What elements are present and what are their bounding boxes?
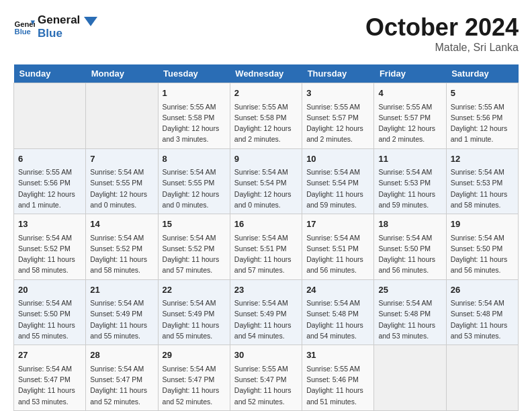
day-number: 23 bbox=[234, 283, 298, 297]
day-info: Sunrise: 5:54 AM Sunset: 5:52 PM Dayligh… bbox=[90, 232, 153, 276]
calendar-cell: 27Sunrise: 5:54 AM Sunset: 5:47 PM Dayli… bbox=[14, 345, 86, 411]
weekday-header-wednesday: Wednesday bbox=[230, 64, 302, 83]
day-info: Sunrise: 5:54 AM Sunset: 5:55 PM Dayligh… bbox=[163, 167, 226, 210]
day-info: Sunrise: 5:55 AM Sunset: 5:57 PM Dayligh… bbox=[378, 101, 441, 145]
calendar-cell: 14Sunrise: 5:54 AM Sunset: 5:52 PM Dayli… bbox=[86, 214, 158, 280]
day-info: Sunrise: 5:55 AM Sunset: 5:47 PM Dayligh… bbox=[234, 363, 298, 407]
month-title: October 2024 bbox=[365, 13, 519, 42]
weekday-header-sunday: Sunday bbox=[14, 64, 86, 83]
logo-arrow-icon bbox=[84, 17, 97, 30]
page-header: General Blue General Blue October 2024 M… bbox=[13, 13, 519, 54]
day-info: Sunrise: 5:54 AM Sunset: 5:48 PM Dayligh… bbox=[378, 298, 441, 341]
calendar-cell: 29Sunrise: 5:54 AM Sunset: 5:47 PM Dayli… bbox=[158, 345, 230, 411]
day-info: Sunrise: 5:55 AM Sunset: 5:58 PM Dayligh… bbox=[163, 101, 226, 145]
day-number: 15 bbox=[163, 218, 226, 231]
day-number: 14 bbox=[90, 218, 153, 231]
svg-text:Blue: Blue bbox=[15, 28, 31, 36]
day-info: Sunrise: 5:54 AM Sunset: 5:54 PM Dayligh… bbox=[234, 167, 298, 210]
calendar-cell: 6Sunrise: 5:55 AM Sunset: 5:56 PM Daylig… bbox=[14, 148, 86, 214]
calendar-cell: 5Sunrise: 5:55 AM Sunset: 5:56 PM Daylig… bbox=[446, 83, 518, 149]
day-number: 6 bbox=[18, 152, 81, 166]
calendar-cell: 17Sunrise: 5:54 AM Sunset: 5:51 PM Dayli… bbox=[302, 214, 374, 280]
week-row-1: 1Sunrise: 5:55 AM Sunset: 5:58 PM Daylig… bbox=[14, 83, 519, 149]
title-block: October 2024 Matale, Sri Lanka bbox=[365, 13, 519, 54]
logo-text-line2: Blue bbox=[38, 27, 80, 40]
calendar-cell: 13Sunrise: 5:54 AM Sunset: 5:52 PM Dayli… bbox=[14, 214, 86, 280]
day-number: 19 bbox=[451, 218, 514, 231]
day-info: Sunrise: 5:54 AM Sunset: 5:48 PM Dayligh… bbox=[306, 298, 369, 341]
day-number: 17 bbox=[306, 218, 369, 231]
calendar-cell: 7Sunrise: 5:54 AM Sunset: 5:55 PM Daylig… bbox=[86, 148, 158, 214]
svg-marker-3 bbox=[84, 17, 97, 26]
day-info: Sunrise: 5:55 AM Sunset: 5:46 PM Dayligh… bbox=[306, 363, 369, 407]
calendar-cell bbox=[374, 345, 446, 411]
day-number: 24 bbox=[306, 283, 369, 297]
day-info: Sunrise: 5:54 AM Sunset: 5:52 PM Dayligh… bbox=[18, 232, 81, 276]
weekday-header-tuesday: Tuesday bbox=[158, 64, 230, 83]
day-info: Sunrise: 5:55 AM Sunset: 5:56 PM Dayligh… bbox=[18, 167, 81, 210]
day-number: 9 bbox=[234, 152, 298, 166]
day-info: Sunrise: 5:54 AM Sunset: 5:51 PM Dayligh… bbox=[234, 232, 298, 276]
calendar-cell bbox=[14, 83, 86, 149]
location-title: Matale, Sri Lanka bbox=[365, 42, 519, 54]
day-info: Sunrise: 5:54 AM Sunset: 5:50 PM Dayligh… bbox=[378, 232, 441, 276]
day-info: Sunrise: 5:54 AM Sunset: 5:47 PM Dayligh… bbox=[163, 363, 226, 407]
day-info: Sunrise: 5:54 AM Sunset: 5:49 PM Dayligh… bbox=[163, 298, 226, 341]
day-number: 22 bbox=[163, 283, 226, 297]
day-info: Sunrise: 5:54 AM Sunset: 5:53 PM Dayligh… bbox=[451, 167, 514, 210]
day-info: Sunrise: 5:54 AM Sunset: 5:50 PM Dayligh… bbox=[18, 298, 81, 341]
calendar-cell: 20Sunrise: 5:54 AM Sunset: 5:50 PM Dayli… bbox=[14, 279, 86, 345]
calendar-cell: 3Sunrise: 5:55 AM Sunset: 5:57 PM Daylig… bbox=[302, 83, 374, 149]
day-number: 21 bbox=[90, 283, 153, 297]
weekday-header-friday: Friday bbox=[374, 64, 446, 83]
calendar-cell: 2Sunrise: 5:55 AM Sunset: 5:58 PM Daylig… bbox=[230, 83, 302, 149]
calendar-cell: 1Sunrise: 5:55 AM Sunset: 5:58 PM Daylig… bbox=[158, 83, 230, 149]
logo-icon: General Blue bbox=[13, 16, 35, 38]
calendar-cell bbox=[446, 345, 518, 411]
day-info: Sunrise: 5:54 AM Sunset: 5:52 PM Dayligh… bbox=[163, 232, 226, 276]
day-number: 10 bbox=[306, 152, 369, 166]
weekday-header-row: SundayMondayTuesdayWednesdayThursdayFrid… bbox=[14, 64, 519, 83]
day-number: 3 bbox=[306, 87, 369, 100]
calendar-cell: 9Sunrise: 5:54 AM Sunset: 5:54 PM Daylig… bbox=[230, 148, 302, 214]
day-info: Sunrise: 5:54 AM Sunset: 5:49 PM Dayligh… bbox=[234, 298, 298, 341]
day-number: 28 bbox=[90, 349, 153, 362]
day-number: 1 bbox=[163, 87, 226, 100]
day-number: 30 bbox=[234, 349, 298, 362]
weekday-header-monday: Monday bbox=[86, 64, 158, 83]
week-row-2: 6Sunrise: 5:55 AM Sunset: 5:56 PM Daylig… bbox=[14, 148, 519, 214]
day-info: Sunrise: 5:54 AM Sunset: 5:47 PM Dayligh… bbox=[18, 363, 81, 407]
day-number: 11 bbox=[378, 152, 441, 166]
day-number: 2 bbox=[234, 87, 298, 100]
day-number: 4 bbox=[378, 87, 441, 100]
day-number: 18 bbox=[378, 218, 441, 231]
calendar-cell: 26Sunrise: 5:54 AM Sunset: 5:48 PM Dayli… bbox=[446, 279, 518, 345]
day-info: Sunrise: 5:54 AM Sunset: 5:47 PM Dayligh… bbox=[90, 363, 153, 407]
day-number: 16 bbox=[234, 218, 298, 231]
day-number: 7 bbox=[90, 152, 153, 166]
calendar-cell: 22Sunrise: 5:54 AM Sunset: 5:49 PM Dayli… bbox=[158, 279, 230, 345]
day-number: 27 bbox=[18, 349, 81, 362]
day-number: 29 bbox=[163, 349, 226, 362]
calendar-cell: 30Sunrise: 5:55 AM Sunset: 5:47 PM Dayli… bbox=[230, 345, 302, 411]
day-info: Sunrise: 5:55 AM Sunset: 5:56 PM Dayligh… bbox=[451, 101, 514, 145]
day-number: 20 bbox=[18, 283, 81, 297]
calendar-cell: 16Sunrise: 5:54 AM Sunset: 5:51 PM Dayli… bbox=[230, 214, 302, 280]
day-number: 25 bbox=[378, 283, 441, 297]
calendar-cell: 18Sunrise: 5:54 AM Sunset: 5:50 PM Dayli… bbox=[374, 214, 446, 280]
calendar-cell: 23Sunrise: 5:54 AM Sunset: 5:49 PM Dayli… bbox=[230, 279, 302, 345]
calendar-cell: 15Sunrise: 5:54 AM Sunset: 5:52 PM Dayli… bbox=[158, 214, 230, 280]
calendar-cell: 10Sunrise: 5:54 AM Sunset: 5:54 PM Dayli… bbox=[302, 148, 374, 214]
calendar-cell: 25Sunrise: 5:54 AM Sunset: 5:48 PM Dayli… bbox=[374, 279, 446, 345]
logo: General Blue General Blue bbox=[13, 13, 97, 41]
day-info: Sunrise: 5:54 AM Sunset: 5:48 PM Dayligh… bbox=[451, 298, 514, 341]
calendar-cell: 28Sunrise: 5:54 AM Sunset: 5:47 PM Dayli… bbox=[86, 345, 158, 411]
day-info: Sunrise: 5:54 AM Sunset: 5:51 PM Dayligh… bbox=[306, 232, 369, 276]
day-info: Sunrise: 5:55 AM Sunset: 5:57 PM Dayligh… bbox=[306, 101, 369, 145]
day-number: 26 bbox=[451, 283, 514, 297]
calendar-cell: 19Sunrise: 5:54 AM Sunset: 5:50 PM Dayli… bbox=[446, 214, 518, 280]
week-row-4: 20Sunrise: 5:54 AM Sunset: 5:50 PM Dayli… bbox=[14, 279, 519, 345]
weekday-header-saturday: Saturday bbox=[446, 64, 518, 83]
day-info: Sunrise: 5:55 AM Sunset: 5:58 PM Dayligh… bbox=[234, 101, 298, 145]
week-row-3: 13Sunrise: 5:54 AM Sunset: 5:52 PM Dayli… bbox=[14, 214, 519, 280]
